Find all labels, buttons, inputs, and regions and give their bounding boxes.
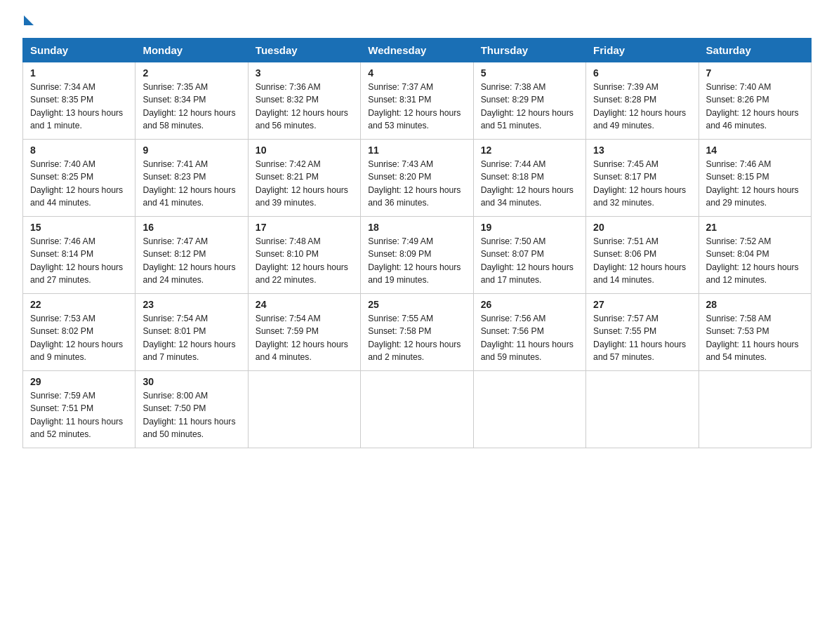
day-number: 22 — [30, 299, 128, 310]
table-row: 16 Sunrise: 7:47 AMSunset: 8:12 PMDaylig… — [135, 217, 248, 294]
table-row: 21 Sunrise: 7:52 AMSunset: 8:04 PMDaylig… — [699, 217, 811, 294]
day-info: Sunrise: 7:41 AMSunset: 8:23 PMDaylight:… — [143, 159, 235, 208]
table-row — [361, 371, 473, 448]
day-number: 5 — [481, 67, 578, 79]
day-number: 16 — [143, 222, 240, 233]
day-number: 3 — [256, 67, 353, 79]
table-row: 23 Sunrise: 7:54 AMSunset: 8:01 PMDaylig… — [135, 294, 248, 371]
col-tuesday: Tuesday — [248, 39, 360, 62]
day-number: 17 — [256, 222, 353, 233]
day-info: Sunrise: 7:35 AMSunset: 8:34 PMDaylight:… — [143, 82, 235, 130]
col-thursday: Thursday — [473, 39, 585, 62]
day-info: Sunrise: 7:38 AMSunset: 8:29 PMDaylight:… — [481, 82, 574, 130]
day-info: Sunrise: 7:46 AMSunset: 8:14 PMDaylight:… — [30, 236, 123, 285]
day-number: 30 — [143, 376, 240, 387]
day-info: Sunrise: 7:37 AMSunset: 8:31 PMDaylight:… — [368, 82, 461, 130]
table-row: 30 Sunrise: 8:00 AMSunset: 7:50 PMDaylig… — [135, 371, 248, 448]
day-number: 14 — [706, 145, 804, 156]
table-row: 29 Sunrise: 7:59 AMSunset: 7:51 PMDaylig… — [23, 371, 135, 448]
day-number: 24 — [256, 299, 353, 310]
table-row: 15 Sunrise: 7:46 AMSunset: 8:14 PMDaylig… — [23, 217, 135, 294]
day-info: Sunrise: 7:34 AMSunset: 8:35 PMDaylight:… — [30, 82, 123, 130]
calendar-header-row: Sunday Monday Tuesday Wednesday Thursday… — [23, 39, 812, 62]
col-sunday: Sunday — [23, 39, 135, 62]
day-info: Sunrise: 7:43 AMSunset: 8:20 PMDaylight:… — [368, 159, 461, 208]
day-number: 9 — [143, 145, 240, 156]
day-info: Sunrise: 7:53 AMSunset: 8:02 PMDaylight:… — [30, 314, 123, 362]
table-row: 26 Sunrise: 7:56 AMSunset: 7:56 PMDaylig… — [473, 294, 585, 371]
day-info: Sunrise: 7:40 AMSunset: 8:26 PMDaylight:… — [706, 82, 799, 130]
day-info: Sunrise: 7:46 AMSunset: 8:15 PMDaylight:… — [706, 159, 799, 208]
table-row — [586, 371, 699, 448]
day-number: 2 — [143, 67, 240, 79]
day-info: Sunrise: 7:40 AMSunset: 8:25 PMDaylight:… — [30, 159, 123, 208]
calendar-week-row: 15 Sunrise: 7:46 AMSunset: 8:14 PMDaylig… — [23, 217, 812, 294]
table-row: 27 Sunrise: 7:57 AMSunset: 7:55 PMDaylig… — [586, 294, 699, 371]
table-row: 9 Sunrise: 7:41 AMSunset: 8:23 PMDayligh… — [135, 140, 248, 217]
table-row: 19 Sunrise: 7:50 AMSunset: 8:07 PMDaylig… — [473, 217, 585, 294]
day-number: 23 — [143, 299, 240, 310]
day-info: Sunrise: 7:36 AMSunset: 8:32 PMDaylight:… — [256, 82, 348, 130]
day-info: Sunrise: 7:58 AMSunset: 7:53 PMDaylight:… — [706, 314, 799, 362]
table-row: 17 Sunrise: 7:48 AMSunset: 8:10 PMDaylig… — [248, 217, 360, 294]
table-row: 14 Sunrise: 7:46 AMSunset: 8:15 PMDaylig… — [699, 140, 811, 217]
day-info: Sunrise: 7:47 AMSunset: 8:12 PMDaylight:… — [143, 236, 235, 285]
table-row: 1 Sunrise: 7:34 AMSunset: 8:35 PMDayligh… — [23, 62, 135, 140]
day-number: 29 — [30, 376, 128, 387]
day-info: Sunrise: 7:39 AMSunset: 8:28 PMDaylight:… — [593, 82, 686, 130]
table-row: 4 Sunrise: 7:37 AMSunset: 8:31 PMDayligh… — [361, 62, 473, 140]
table-row — [248, 371, 360, 448]
table-row: 11 Sunrise: 7:43 AMSunset: 8:20 PMDaylig… — [361, 140, 473, 217]
day-info: Sunrise: 7:57 AMSunset: 7:55 PMDaylight:… — [593, 314, 686, 362]
day-number: 25 — [368, 299, 465, 310]
day-number: 28 — [706, 299, 804, 310]
col-friday: Friday — [586, 39, 699, 62]
day-info: Sunrise: 7:54 AMSunset: 8:01 PMDaylight:… — [143, 314, 235, 362]
calendar-table: Sunday Monday Tuesday Wednesday Thursday… — [22, 38, 812, 448]
day-info: Sunrise: 7:54 AMSunset: 7:59 PMDaylight:… — [256, 314, 348, 362]
day-number: 19 — [481, 222, 578, 233]
day-number: 26 — [481, 299, 578, 310]
day-info: Sunrise: 8:00 AMSunset: 7:50 PMDaylight:… — [143, 391, 235, 439]
calendar-week-row: 8 Sunrise: 7:40 AMSunset: 8:25 PMDayligh… — [23, 140, 812, 217]
day-number: 13 — [593, 145, 691, 156]
table-row — [699, 371, 811, 448]
day-info: Sunrise: 7:59 AMSunset: 7:51 PMDaylight:… — [30, 391, 123, 439]
day-number: 18 — [368, 222, 465, 233]
table-row: 10 Sunrise: 7:42 AMSunset: 8:21 PMDaylig… — [248, 140, 360, 217]
day-info: Sunrise: 7:45 AMSunset: 8:17 PMDaylight:… — [593, 159, 686, 208]
day-info: Sunrise: 7:55 AMSunset: 7:58 PMDaylight:… — [368, 314, 461, 362]
day-number: 8 — [30, 145, 128, 156]
day-number: 27 — [593, 299, 691, 310]
calendar-week-row: 22 Sunrise: 7:53 AMSunset: 8:02 PMDaylig… — [23, 294, 812, 371]
table-row: 2 Sunrise: 7:35 AMSunset: 8:34 PMDayligh… — [135, 62, 248, 140]
col-monday: Monday — [135, 39, 248, 62]
table-row: 13 Sunrise: 7:45 AMSunset: 8:17 PMDaylig… — [586, 140, 699, 217]
day-info: Sunrise: 7:44 AMSunset: 8:18 PMDaylight:… — [481, 159, 574, 208]
logo — [22, 17, 34, 25]
day-number: 10 — [256, 145, 353, 156]
table-row: 6 Sunrise: 7:39 AMSunset: 8:28 PMDayligh… — [586, 62, 699, 140]
col-saturday: Saturday — [699, 39, 811, 62]
day-info: Sunrise: 7:50 AMSunset: 8:07 PMDaylight:… — [481, 236, 574, 285]
logo-arrow-icon — [24, 15, 34, 25]
day-number: 20 — [593, 222, 691, 233]
day-info: Sunrise: 7:51 AMSunset: 8:06 PMDaylight:… — [593, 236, 686, 285]
page-header — [22, 17, 812, 25]
day-number: 4 — [368, 67, 465, 79]
day-number: 7 — [706, 67, 804, 79]
table-row: 7 Sunrise: 7:40 AMSunset: 8:26 PMDayligh… — [699, 62, 811, 140]
day-info: Sunrise: 7:48 AMSunset: 8:10 PMDaylight:… — [256, 236, 348, 285]
day-number: 6 — [593, 67, 691, 79]
table-row: 8 Sunrise: 7:40 AMSunset: 8:25 PMDayligh… — [23, 140, 135, 217]
table-row: 12 Sunrise: 7:44 AMSunset: 8:18 PMDaylig… — [473, 140, 585, 217]
day-number: 1 — [30, 67, 128, 79]
table-row: 22 Sunrise: 7:53 AMSunset: 8:02 PMDaylig… — [23, 294, 135, 371]
day-info: Sunrise: 7:49 AMSunset: 8:09 PMDaylight:… — [368, 236, 461, 285]
day-number: 12 — [481, 145, 578, 156]
calendar-week-row: 1 Sunrise: 7:34 AMSunset: 8:35 PMDayligh… — [23, 62, 812, 140]
table-row: 28 Sunrise: 7:58 AMSunset: 7:53 PMDaylig… — [699, 294, 811, 371]
day-info: Sunrise: 7:52 AMSunset: 8:04 PMDaylight:… — [706, 236, 799, 285]
day-number: 11 — [368, 145, 465, 156]
table-row: 25 Sunrise: 7:55 AMSunset: 7:58 PMDaylig… — [361, 294, 473, 371]
